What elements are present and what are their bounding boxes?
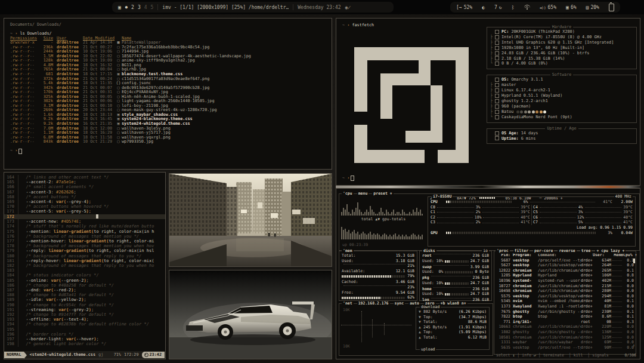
workspace-5[interactable]: 5 xyxy=(151,5,154,10)
process-list: 5687vesktop/proc/self/exe --type=rdrde+6… xyxy=(496,258,634,350)
permissions-cell: .rw-r--r-- xyxy=(10,140,38,144)
tab-per-core[interactable]: per-core xyxy=(533,248,554,254)
fastfetch-line: PC: 20KF001GUK (ThinkPad X280) xyxy=(490,29,633,35)
footer-action[interactable]: select ↓ xyxy=(496,353,515,358)
tab-filter[interactable]: filter xyxy=(513,248,530,254)
code-text: /* change to #d83a41 for default */ xyxy=(21,293,114,297)
process-row[interactable]: 7822btopbtopdrde+8.6M0.1 xyxy=(496,314,634,319)
process-row[interactable]: 10663chromium/usr/lib/chromium/chromdrde… xyxy=(496,324,634,330)
palette-dot xyxy=(516,110,519,113)
code-text: --accent-new: #4D574E; xyxy=(21,219,81,224)
scrollbar-thumb[interactable] xyxy=(633,259,635,263)
load-average: Load avg: 0.96 1.15 0.99 xyxy=(577,225,633,230)
io-tab[interactable]: io xyxy=(482,248,489,253)
process-row[interactable]: 1331waybar/usr/bin/waybardrde+69M0.0 xyxy=(496,340,634,345)
code-text: --mention-hover: linear-gradient(to righ… xyxy=(21,239,154,244)
footer-action[interactable]: info ↵ xyxy=(522,353,536,358)
process-row[interactable]: 1802ghostty/usr/bin/ghostty --workdrde+1… xyxy=(496,330,634,335)
vim-mode-badge: NORMAL xyxy=(4,352,24,358)
graph-bar xyxy=(402,235,403,239)
upload-label: upload xyxy=(420,347,436,352)
memory-module[interactable]: ▤20% xyxy=(586,5,599,10)
process-row[interactable]: 10396systemd-systemd-run --user --scdrde… xyxy=(496,278,634,284)
tab-192-168-2-176[interactable]: 192.168.2.176 xyxy=(357,301,390,306)
prompt-line-empty[interactable]: ~ › xyxy=(10,149,326,154)
net-scale-top: 10K xyxy=(343,307,350,313)
btop-window[interactable]: 'cpumenupreset + 23:42:55 BAT▼ 72% 05:38… xyxy=(336,188,640,359)
mem-tab[interactable]: 'mem xyxy=(342,248,354,254)
workspace-2[interactable]: 2 xyxy=(131,5,134,10)
prompt-line-empty[interactable]: ~ › xyxy=(342,176,354,181)
terminal-window-fastfetch[interactable]: ~ › fastfetch HardwarePC: 20KF001GUK (Th… xyxy=(336,18,640,186)
process-row[interactable]: 5345nvimnvim --embed /home/drdedrde+40M0… xyxy=(496,299,634,304)
memory-rows: Total:15.3 GiBUsed:3.18 GiB21%Available:… xyxy=(342,253,414,301)
file-row[interactable]: .rw-r--r--843kdrdeltree10 Oct 21:29▢wp79… xyxy=(10,140,326,144)
workspace-3[interactable]: 3 xyxy=(138,5,141,10)
graph-bar xyxy=(363,232,364,239)
tab--proc[interactable]: 'proc xyxy=(496,248,510,254)
fastfetch-line: └CaskaydiaMono Nerd Font (9pt) xyxy=(490,115,633,120)
palette-dot xyxy=(535,110,538,113)
footer-action[interactable]: kill xyxy=(574,353,586,358)
line-number: 167 xyxy=(4,190,14,195)
process-row[interactable]: 1285HyprlandHyprlanddrde+106M0.8 xyxy=(496,273,634,278)
disk-row: swap3.99 GiB xyxy=(422,264,489,270)
tab--cpu-lazy-[interactable]: + cpu lazy + xyxy=(595,248,626,254)
power-module[interactable]: [→52% xyxy=(456,5,472,10)
graph-bar xyxy=(409,212,410,216)
footer-action[interactable]: terminate xyxy=(543,353,566,358)
process-row[interactable]: 10727chromium/usr/lib/chromium/chromdrde… xyxy=(496,284,634,289)
tab-reverse[interactable]: reverse xyxy=(558,248,576,254)
battery-icon[interactable] xyxy=(609,4,614,11)
launcher-icon[interactable]: ▣ xyxy=(118,5,121,10)
updates-module[interactable]: 7 ↻ xyxy=(494,5,502,10)
wifi-module[interactable] xyxy=(524,5,530,10)
screenshare-off-icon[interactable]: ◉̷ xyxy=(345,5,351,10)
line-label: Uptime: xyxy=(501,136,521,141)
tree-glyph: ├ xyxy=(490,82,495,88)
line-number: 172 xyxy=(4,214,14,220)
net-row: ▲Total:6.12 MiB xyxy=(419,335,487,340)
tab-tree[interactable]: tree xyxy=(580,248,592,254)
tab-sync[interactable]: sync xyxy=(394,301,405,306)
bluetooth-module[interactable]: ᛒ xyxy=(512,5,515,10)
process-row[interactable]: 5575vesktop/usr/lib/vesktop/vesktodrde+2… xyxy=(496,294,634,299)
process-row[interactable]: 7675ghostty/usr/bin/ghostty --workdrde+2… xyxy=(496,309,634,315)
process-row[interactable]: 10501chromium/usr/lib/chromium/chromdrde… xyxy=(496,335,634,340)
line-number: 180 xyxy=(4,254,14,259)
memory-row: 21% xyxy=(342,263,414,269)
tab--b-wlan0-n-[interactable]: +b wlan0 n+ xyxy=(439,301,467,306)
footer-action[interactable]: signals xyxy=(592,353,611,358)
editor-window[interactable]: 164 /* links and other accent text */165… xyxy=(4,172,166,359)
statusline-clock: 23:42 xyxy=(142,352,165,358)
process-row[interactable]: 5635vesktop/proc/self/exe --type=udrde+9… xyxy=(496,345,634,350)
gutter-separator xyxy=(14,327,18,332)
workspace-4[interactable]: 4 xyxy=(144,5,147,10)
process-row[interactable]: 5627vesktop/usr/lib/vesktop/vesktodrde+2… xyxy=(496,263,634,268)
process-row[interactable]: 12822chromium/usr/lib/chromium/chromdrde… xyxy=(496,268,634,273)
graph-toggle-label[interactable]: total ▲▼ gpu-totals xyxy=(341,217,426,222)
image-viewer-city[interactable] xyxy=(169,173,332,267)
nightlight-module[interactable]: ◐ xyxy=(482,5,485,10)
image-viewer-car[interactable] xyxy=(169,270,332,359)
code-text: /* background of messages that reply to … xyxy=(21,254,141,259)
palette-dot xyxy=(532,110,535,113)
cpu-module[interactable]: ▣6% xyxy=(566,5,576,10)
tab--net[interactable]: 'net xyxy=(342,301,354,306)
process-row[interactable]: 771irq/161-root0B0.3 xyxy=(496,319,634,325)
terminal-window-ls[interactable]: Documents/ Downloads/ ~ › ls Downloads/ … xyxy=(4,18,332,170)
disks-tab[interactable]: disks xyxy=(422,248,436,254)
hardware-icon xyxy=(495,41,499,45)
process-row[interactable]: 1373XwaylandXwayland :1 -rootless -drde+… xyxy=(496,304,634,309)
workspace-1[interactable]: ● xyxy=(125,5,128,10)
tab-auto[interactable]: auto xyxy=(408,301,420,306)
gutter-separator xyxy=(14,268,18,273)
editor-line: 175 --mention: linear-gradient(to right,… xyxy=(4,229,165,234)
process-row[interactable]: 10498chromium/usr/lib/chromium/chromdrde… xyxy=(496,288,634,294)
process-row[interactable]: 5687vesktop/proc/self/exe --type=rdrde+6… xyxy=(496,258,634,263)
editor-code-area[interactable]: 164 /* links and other accent text */165… xyxy=(4,175,165,347)
tree-glyph: ├ xyxy=(490,104,495,109)
clock[interactable]: Wednesday 23:42 xyxy=(298,5,340,10)
volume-module[interactable]: ◄))65% xyxy=(540,5,556,10)
scroll-down-arrow[interactable]: ↓ xyxy=(633,343,635,348)
